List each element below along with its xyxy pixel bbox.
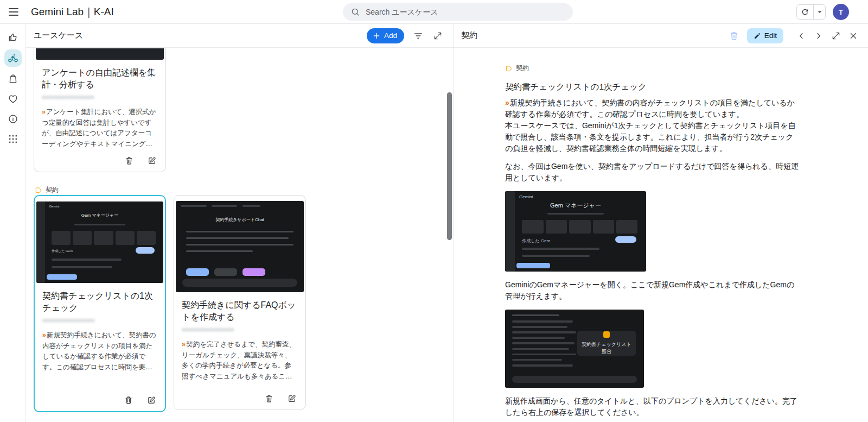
detail-paragraph-text: 新規契約手続きにおいて、契約書の内容がチェックリストの項目を満たしているか確認す…	[505, 98, 795, 118]
decor-bar	[512, 326, 567, 328]
detail-body: »新規契約手続きにおいて、契約書の内容がチェックリストの項目を満たしているか確認…	[505, 97, 800, 184]
marker-icon: »	[182, 341, 184, 348]
search-input[interactable]	[366, 8, 565, 16]
sidebar-item-usecases[interactable]	[4, 49, 22, 67]
sidebar-item-apps[interactable]	[3, 130, 23, 148]
card-title: 契約手続きに関するFAQボットを作成する	[182, 299, 298, 323]
decor-bar	[181, 205, 206, 207]
refresh-button[interactable]	[797, 5, 813, 19]
decor-bar	[512, 331, 576, 333]
usecase-card[interactable]: アンケートの自由記述欄を集計・分析する ●●●●●●●●●●●●●●●● »アン…	[34, 48, 166, 172]
decor-bar	[522, 255, 590, 257]
search-icon	[350, 7, 360, 17]
edit-card-button[interactable]	[146, 395, 156, 405]
card-author-redacted: ●●●●●●●●●●●●●●●●	[42, 317, 157, 323]
expand-list-button[interactable]	[430, 28, 445, 43]
sidebar-item-info[interactable]	[3, 110, 23, 128]
detail-image-checklist: 契約書チェックリスト照合	[505, 310, 644, 388]
detail-paragraph: 本ユースケースでは、Geminiが1次チェックとして契約書とチェックリスト項目を…	[505, 120, 800, 154]
decor-bar	[52, 266, 112, 268]
edit-button-label: Edit	[764, 32, 777, 40]
filter-button[interactable]	[411, 28, 426, 43]
marker-icon: »	[42, 108, 44, 116]
detail-header-title: 契約	[461, 30, 477, 41]
sidebar-item-shop[interactable]	[3, 70, 23, 88]
edit-icon	[147, 156, 157, 166]
add-usecase-button[interactable]: Add	[367, 28, 404, 43]
edit-usecase-button[interactable]: Edit	[747, 28, 783, 43]
delete-card-button[interactable]	[124, 395, 133, 405]
user-avatar[interactable]: T	[833, 4, 849, 20]
pencil-icon	[754, 32, 761, 40]
delete-usecase-button[interactable]	[726, 28, 742, 43]
menu-icon[interactable]	[7, 5, 20, 18]
edit-card-button[interactable]	[147, 156, 157, 166]
decor-bar	[512, 354, 576, 356]
section-tag: 契約	[35, 185, 59, 194]
usecase-list-header: ユースケース Add	[26, 24, 453, 48]
decor-bar	[186, 250, 253, 252]
thumbnail-chat-screenshot: 契約手続きサポートChat	[176, 201, 304, 292]
decor-bar	[242, 268, 265, 275]
refresh-icon	[801, 8, 809, 16]
delete-card-button[interactable]	[264, 394, 274, 404]
decor-bar	[186, 231, 293, 232]
decor-bar	[47, 274, 77, 280]
decor-bar	[52, 259, 122, 261]
decor-bar	[512, 320, 573, 323]
filter-icon	[413, 30, 424, 41]
detail-tag: 契約	[505, 64, 800, 73]
card-description: »契約を完了させるまで、契約審査、リーガルチェック、稟議決裁等々、多くの学内手続…	[182, 339, 298, 382]
decor-bar	[212, 205, 237, 207]
sidebar-item-favorites[interactable]	[3, 90, 23, 108]
refresh-dropdown-button[interactable]	[813, 5, 825, 19]
delete-card-button[interactable]	[124, 156, 134, 166]
usecase-card-selected[interactable]: Gemini Gem マネージャー 作成した Gem 契約書チェックリストの1次…	[34, 195, 166, 412]
close-detail-button[interactable]	[846, 29, 860, 43]
mini-gem-panel: 契約書チェックリスト照合	[577, 331, 636, 356]
thumbnail-gem-manager-screenshot: Gemini Gem マネージャー 作成した Gem	[36, 201, 163, 283]
edit-icon	[287, 394, 297, 404]
top-bar: Gemini Lab｜K-AI T	[0, 0, 868, 24]
decor-bar	[52, 231, 156, 245]
next-usecase-button[interactable]	[812, 29, 826, 43]
gem-icon	[603, 331, 610, 338]
add-button-label: Add	[384, 32, 397, 40]
decor-bar	[512, 348, 569, 350]
decor-bar	[186, 268, 209, 275]
trash-icon	[729, 30, 739, 41]
card-actions	[264, 394, 297, 404]
tag-icon	[35, 186, 42, 194]
marker-icon: »	[42, 331, 45, 339]
expand-detail-button[interactable]	[829, 29, 843, 43]
decor-bar	[214, 268, 237, 275]
decor-bar	[186, 237, 289, 239]
decor-bar	[74, 224, 125, 225]
card-actions	[124, 395, 156, 405]
heart-icon	[8, 93, 18, 104]
expand-icon	[433, 31, 443, 41]
card-thumbnail	[36, 48, 164, 60]
mini-list-label: 作成した Gem	[522, 238, 550, 244]
card-title: アンケートの自由記述欄を集計・分析する	[42, 67, 158, 91]
edit-card-button[interactable]	[287, 394, 297, 404]
decor-bar	[512, 337, 565, 339]
trash-icon	[264, 394, 274, 404]
card-actions	[124, 156, 157, 166]
sidebar-item-likes[interactable]	[3, 28, 23, 47]
decor-bar	[615, 236, 636, 243]
usecase-card-grid: アンケートの自由記述欄を集計・分析する ●●●●●●●●●●●●●●●● »アン…	[26, 48, 453, 422]
info-icon	[8, 114, 18, 124]
decor-bar	[512, 364, 573, 367]
mini-heading: 契約手続きサポートChat	[176, 217, 304, 223]
shopping-bag-icon	[8, 73, 18, 84]
mini-list-label: 作成した Gem	[52, 249, 73, 254]
usecase-card[interactable]: 契約手続きサポートChat 契約手続きに関するFAQボットを作成する ●●●●●…	[174, 195, 306, 410]
card-author-redacted: ●●●●●●●●●●●●●●●●	[42, 94, 158, 100]
previous-usecase-button[interactable]	[794, 29, 808, 43]
close-icon	[848, 31, 858, 41]
search-bar[interactable]	[343, 3, 573, 21]
card-author-redacted: ●●●●●●●●●●●●●●●●	[182, 326, 298, 332]
card-title: 契約書チェックリストの1次チェック	[42, 290, 157, 314]
scrollbar-thumb[interactable]	[447, 92, 452, 240]
